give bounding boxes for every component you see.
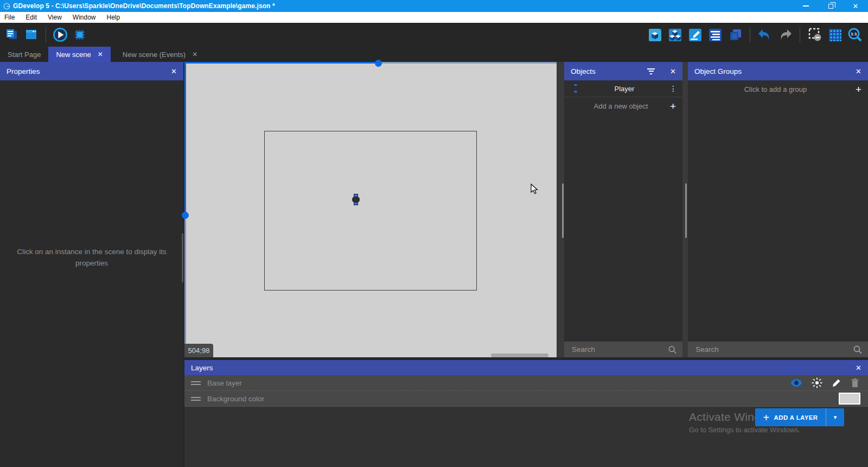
deselect-mask-icon[interactable] — [807, 27, 822, 42]
close-icon[interactable]: ✕ — [856, 67, 861, 75]
add-group-row[interactable]: Click to add a group + — [688, 80, 868, 98]
canvas-scroll-handle-top[interactable] — [375, 60, 382, 67]
edit-scene-icon[interactable] — [687, 27, 703, 42]
scene-canvas[interactable]: 504;98 — [184, 62, 557, 357]
plus-icon[interactable]: + — [670, 101, 676, 111]
close-icon[interactable]: ✕ — [670, 67, 676, 75]
add-object-icon[interactable] — [647, 27, 662, 42]
panel-divider — [557, 62, 564, 357]
add-object-label: Add a new object — [572, 102, 670, 110]
tab-new-scene-events[interactable]: New scene (Events) ✕ — [115, 47, 205, 62]
visibility-eye-icon[interactable] — [790, 378, 802, 387]
object-groups-title: Object Groups — [694, 67, 849, 75]
menu-view[interactable]: View — [42, 12, 67, 23]
start-page-window-icon[interactable] — [24, 27, 39, 42]
add-layer-button[interactable]: + ADD A LAYER ▾ — [755, 408, 844, 426]
drag-handle-icon[interactable] — [191, 380, 201, 387]
game-window-frame — [264, 131, 477, 291]
minimize-button[interactable] — [793, 0, 818, 12]
debug-icon[interactable] — [72, 27, 87, 42]
properties-title: Properties — [7, 67, 164, 75]
close-icon: ✕ — [853, 3, 859, 10]
close-icon[interactable]: ✕ — [171, 67, 177, 75]
tab-label: New scene — [56, 51, 91, 59]
object-name: Player — [579, 85, 669, 93]
delete-trash-icon[interactable] — [851, 378, 859, 388]
canvas-left-scrollbar[interactable] — [184, 62, 186, 215]
kebab-menu-icon[interactable]: ⋮ — [669, 84, 677, 93]
background-color-swatch[interactable] — [839, 393, 860, 405]
player-sprite-feet — [354, 202, 358, 205]
groups-search-input[interactable] — [695, 345, 853, 354]
layer-row-base[interactable]: Base layer — [184, 375, 868, 391]
canvas-top-scrollbar-track[interactable] — [378, 62, 557, 64]
close-icon[interactable]: ✕ — [856, 364, 861, 372]
add-layer-dropdown[interactable]: ▾ — [826, 408, 844, 426]
vertical-scrollbar[interactable] — [562, 184, 564, 238]
restore-button[interactable] — [818, 0, 843, 12]
properties-header: Properties ✕ — [0, 62, 183, 80]
canvas-scroll-handle-left[interactable] — [182, 212, 189, 219]
tab-close-icon[interactable]: ✕ — [192, 51, 197, 58]
preview-play-icon[interactable] — [53, 27, 68, 42]
tab-spacer — [111, 47, 115, 62]
groups-searchbar — [688, 342, 868, 357]
grid-icon[interactable] — [827, 27, 843, 42]
restore-icon — [828, 4, 833, 9]
undo-icon[interactable] — [757, 27, 773, 42]
svg-text:1:1: 1:1 — [851, 31, 857, 36]
window-titlebar: GDevelop 5 - C:\Users\Sparkle\OneDrive\D… — [0, 0, 868, 12]
close-button[interactable]: ✕ — [843, 0, 868, 12]
drag-handle-icon[interactable] — [191, 395, 201, 402]
search-icon — [853, 345, 863, 355]
plus-icon[interactable]: + — [856, 84, 861, 94]
layer-row-background[interactable]: Background color — [184, 391, 868, 407]
mouse-cursor — [531, 184, 539, 194]
objects-search-input[interactable] — [572, 345, 668, 354]
object-groups-icon[interactable] — [667, 27, 682, 42]
layers-panel: Layers ✕ Base layer — [184, 360, 868, 467]
toolbar-separator — [46, 27, 46, 42]
properties-empty-message: Click on an instance in the scene to dis… — [0, 247, 183, 269]
properties-scrollbar[interactable] — [182, 234, 183, 282]
player-sprite-body — [572, 86, 578, 91]
player-sprite-feet — [574, 90, 578, 93]
objects-header: Objects ✕ — [564, 62, 682, 80]
filter-icon[interactable] — [647, 67, 655, 75]
menu-file[interactable]: File — [0, 12, 20, 23]
toolbar-separator — [800, 27, 800, 42]
toolbar-separator — [750, 27, 750, 42]
vertical-scrollbar[interactable] — [685, 184, 687, 238]
tab-close-icon[interactable]: ✕ — [98, 51, 103, 58]
objects-title: Objects — [571, 67, 647, 75]
project-manager-icon[interactable] — [4, 27, 20, 42]
objects-panel: Objects ✕ Player ⋮ Add a new object + — [564, 62, 682, 357]
menu-window[interactable]: Window — [67, 12, 101, 23]
tab-new-scene[interactable]: New scene ✕ — [48, 47, 110, 62]
layers-header: Layers ✕ — [184, 360, 868, 375]
player-instance[interactable] — [352, 194, 360, 206]
objects-searchbar — [564, 342, 682, 357]
redo-icon[interactable] — [777, 27, 793, 42]
canvas-left-scrollbar-track[interactable] — [184, 215, 186, 357]
menu-help[interactable]: Help — [101, 12, 126, 23]
caret-down-icon: ▾ — [834, 414, 837, 421]
instances-list-icon[interactable] — [707, 27, 723, 42]
tab-label: New scene (Events) — [123, 51, 186, 59]
canvas-top-scrollbar[interactable] — [184, 62, 378, 64]
tab-label: Start Page — [8, 51, 41, 59]
layers-list-icon[interactable] — [727, 27, 743, 42]
edit-pencil-icon[interactable] — [832, 378, 841, 388]
main-toolbar: 1:1 — [0, 23, 868, 47]
add-object-row[interactable]: Add a new object + — [564, 97, 682, 115]
canvas-horizontal-scrollbar[interactable] — [491, 354, 548, 357]
layer-name: Base layer — [207, 379, 790, 387]
cursor-coordinates-badge: 504;98 — [184, 344, 213, 357]
zoom-1-1-icon[interactable]: 1:1 — [847, 27, 863, 42]
player-thumbnail-icon — [572, 84, 578, 94]
watermark-line2: Go to Settings to activate Windows. — [689, 426, 800, 434]
layer-effects-icon[interactable] — [812, 377, 822, 388]
tab-start-page[interactable]: Start Page — [0, 47, 48, 62]
menu-edit[interactable]: Edit — [20, 12, 42, 23]
object-row-player[interactable]: Player ⋮ — [564, 80, 682, 97]
